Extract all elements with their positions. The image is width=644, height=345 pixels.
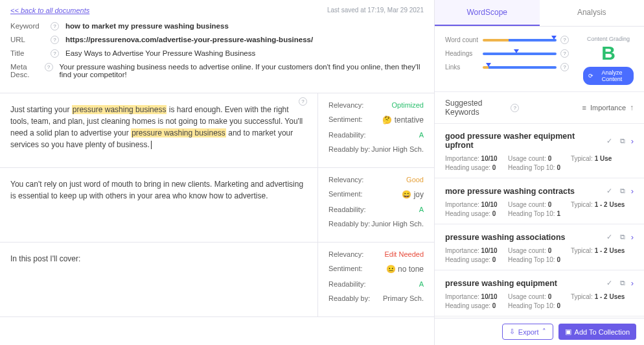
add-label: Add To Collection — [575, 328, 630, 336]
chevron-right-icon[interactable]: › — [631, 278, 634, 288]
content-block: ?Just starting your pressure washing bus… — [0, 93, 434, 168]
help-icon[interactable]: ? — [45, 63, 53, 71]
check-icon[interactable]: ✓ — [605, 233, 614, 242]
highlighted-keyword: pressure washing business — [131, 128, 226, 137]
help-icon[interactable]: ? — [51, 22, 59, 30]
metric-value: A — [419, 206, 424, 213]
chevron-right-icon[interactable]: › — [631, 136, 634, 146]
block-metrics: Relevancy:Edit NeededSentiment:😐 no tone… — [317, 243, 434, 316]
help-icon[interactable]: ? — [51, 49, 59, 58]
metric-label: Readability: — [328, 131, 365, 139]
metric-label: Readability: — [328, 280, 365, 288]
sort-dropdown[interactable]: ≡ Importance — [582, 104, 626, 112]
add-to-collection-button[interactable]: ▣ Add To Collection — [558, 324, 636, 340]
help-icon[interactable]: ? — [511, 104, 519, 112]
analyze-button[interactable]: ⟳ Analyze Content — [583, 67, 634, 85]
metric-value: Optimized — [391, 101, 424, 109]
headings-slider[interactable] — [483, 53, 557, 55]
keyword-value: how to market my pressure washing busine… — [65, 22, 229, 30]
check-icon[interactable]: ✓ — [605, 187, 614, 196]
metric-value: A — [419, 131, 424, 139]
wordcount-label: Word count — [445, 36, 483, 43]
highlighted-keyword: pressure washing business — [72, 105, 167, 114]
analyze-label: Analyze Content — [595, 69, 628, 82]
metric-label: Readably by: — [328, 294, 370, 302]
keyword-item[interactable]: pressure washing equipment✓⧉›Importance:… — [435, 270, 644, 316]
title-value[interactable]: Easy Ways to Advertise Your Pressure Was… — [65, 49, 255, 57]
metric-value: Junior High Sch. — [371, 220, 424, 228]
export-label: Export — [518, 328, 539, 336]
keyword-item[interactable]: pressure washing associations✓⧉›Importan… — [435, 224, 644, 270]
metric-value: Edit Needed — [384, 250, 424, 258]
content-grading: Content Grading B ⟳ Analyze Content — [583, 36, 634, 85]
metric-label: Readably by: — [328, 145, 370, 153]
wordcount-slider[interactable] — [483, 39, 557, 42]
keyword-list: good pressure washer equipment upfront✓⧉… — [435, 124, 644, 318]
keyword-stats: Importance: 10/10Usage count: 0Typical: … — [445, 293, 634, 309]
top-row: << back to all documents Last saved at 1… — [0, 0, 434, 18]
meta-section: Keyword ? how to market my pressure wash… — [0, 18, 434, 93]
keyword-stats: Importance: 10/10Usage count: 0Typical: … — [445, 247, 634, 263]
metric-label: Relevancy: — [328, 176, 363, 184]
copy-icon[interactable]: ⧉ — [618, 233, 627, 242]
copy-icon[interactable]: ⧉ — [618, 187, 627, 196]
metric-value: Good — [406, 176, 424, 184]
export-button[interactable]: ⇩ Export ˄ — [502, 324, 553, 340]
url-value[interactable]: https://pressurenova.com/advertise-your-… — [65, 36, 313, 43]
scope-summary: Word count ? Headings ? Links ? Content … — [435, 27, 644, 92]
keyword-name: pressure washing associations — [445, 233, 601, 242]
sort-icon: ≡ — [582, 104, 586, 112]
help-icon[interactable]: ? — [560, 63, 569, 71]
chevron-right-icon[interactable]: › — [631, 232, 634, 242]
metric-label: Sentiment: — [328, 265, 363, 274]
tab-analysis[interactable]: Analysis — [540, 0, 645, 26]
metric-value: 🤔 tentative — [382, 115, 424, 125]
content-block: You can't rely on just word of mouth to … — [0, 168, 434, 243]
block-text[interactable]: You can't rely on just word of mouth to … — [0, 168, 317, 242]
links-slider[interactable] — [483, 66, 557, 69]
content-blocks: ?Just starting your pressure washing bus… — [0, 93, 434, 345]
copy-icon[interactable]: ⧉ — [618, 136, 627, 145]
sort-label: Importance — [590, 104, 626, 112]
links-label: Links — [445, 64, 483, 71]
tab-wordscope[interactable]: WordScope — [435, 0, 540, 26]
desc-value[interactable]: Your pressure washing business needs to … — [60, 63, 424, 78]
block-text[interactable]: In this post I'll cover: — [0, 243, 317, 316]
chevron-right-icon[interactable]: › — [631, 186, 634, 196]
sort-direction-icon[interactable]: ↑ — [630, 103, 634, 112]
help-icon[interactable]: ? — [560, 49, 569, 58]
keyword-label: Keyword — [10, 22, 51, 30]
url-label: URL — [10, 36, 51, 43]
help-icon[interactable]: ? — [560, 36, 569, 44]
metric-value: 😄 joy — [402, 190, 424, 199]
check-icon[interactable]: ✓ — [605, 136, 614, 145]
metric-label: Relevancy: — [328, 101, 363, 109]
chevron-up-icon: ˄ — [542, 327, 546, 336]
block-text[interactable]: ?Just starting your pressure washing bus… — [0, 93, 317, 167]
grade-letter: B — [583, 43, 634, 63]
help-icon[interactable]: ? — [51, 36, 59, 44]
metric-value: 😐 no tone — [386, 265, 424, 274]
metric-label: Sentiment: — [328, 190, 363, 199]
suggested-title: Suggested Keywords — [445, 99, 508, 117]
block-metrics: Relevancy:OptimizedSentiment:🤔 tentative… — [317, 93, 434, 167]
copy-icon[interactable]: ⧉ — [618, 279, 627, 288]
metric-label: Readability: — [328, 206, 365, 213]
metric-label: Relevancy: — [328, 250, 363, 258]
keyword-stats: Importance: 10/10Usage count: 0Typical: … — [445, 155, 634, 171]
last-saved: Last saved at 17:19, Mar 29 2021 — [327, 6, 424, 14]
refresh-icon: ⟳ — [588, 73, 593, 79]
headings-label: Headings — [445, 50, 483, 57]
tabs: WordScope Analysis — [435, 0, 644, 27]
back-link[interactable]: << back to all documents — [10, 6, 89, 14]
suggested-header: Suggested Keywords ? ≡ Importance ↑ — [435, 92, 644, 124]
keyword-stats: Importance: 10/10Usage count: 0Typical: … — [445, 201, 634, 217]
help-icon[interactable]: ? — [299, 97, 307, 106]
check-icon[interactable]: ✓ — [605, 279, 614, 288]
editor-panel: << back to all documents Last saved at 1… — [0, 0, 434, 345]
metric-value: Primary Sch. — [383, 294, 424, 302]
keyword-item[interactable]: good pressure washer equipment upfront✓⧉… — [435, 124, 644, 178]
grading-label: Content Grading — [583, 36, 634, 42]
content-block: In this post I'll cover:Relevancy:Edit N… — [0, 243, 434, 317]
keyword-item[interactable]: more pressure washing contracts✓⧉›Import… — [435, 178, 644, 224]
